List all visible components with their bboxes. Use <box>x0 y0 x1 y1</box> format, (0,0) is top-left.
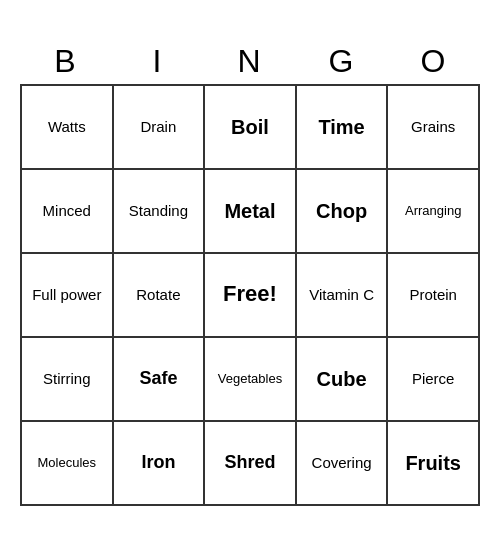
bingo-cell-2: Boil <box>205 86 297 170</box>
bingo-cell-4: Grains <box>388 86 480 170</box>
header-letter-n: N <box>204 39 296 84</box>
bingo-cell-17: Vegetables <box>205 338 297 422</box>
bingo-cell-text-21: Iron <box>141 452 175 474</box>
bingo-cell-8: Chop <box>297 170 389 254</box>
bingo-cell-21: Iron <box>114 422 206 506</box>
bingo-cell-text-11: Rotate <box>136 286 180 304</box>
header-letter-o: O <box>388 39 480 84</box>
bingo-cell-12: Free! <box>205 254 297 338</box>
bingo-cell-15: Stirring <box>22 338 114 422</box>
header-letter-i: I <box>112 39 204 84</box>
bingo-header: BINGO <box>20 39 480 84</box>
bingo-cell-10: Full power <box>22 254 114 338</box>
bingo-cell-text-16: Safe <box>139 368 177 390</box>
bingo-cell-text-17: Vegetables <box>218 371 282 387</box>
bingo-cell-16: Safe <box>114 338 206 422</box>
bingo-cell-text-15: Stirring <box>43 370 91 388</box>
bingo-cell-text-22: Shred <box>224 452 275 474</box>
bingo-cell-text-23: Covering <box>312 454 372 472</box>
bingo-grid: WattsDrainBoilTimeGrainsMincedStandingMe… <box>20 84 480 506</box>
bingo-cell-9: Arranging <box>388 170 480 254</box>
bingo-cell-text-24: Fruits <box>405 451 461 475</box>
bingo-cell-text-20: Molecules <box>38 455 97 471</box>
bingo-cell-text-4: Grains <box>411 118 455 136</box>
bingo-cell-text-18: Cube <box>317 367 367 391</box>
bingo-cell-text-12: Free! <box>223 281 277 307</box>
bingo-cell-11: Rotate <box>114 254 206 338</box>
bingo-cell-text-9: Arranging <box>405 203 461 219</box>
bingo-cell-22: Shred <box>205 422 297 506</box>
bingo-cell-text-10: Full power <box>32 286 101 304</box>
bingo-cell-23: Covering <box>297 422 389 506</box>
bingo-cell-7: Metal <box>205 170 297 254</box>
bingo-cell-text-5: Minced <box>43 202 91 220</box>
bingo-cell-1: Drain <box>114 86 206 170</box>
header-letter-g: G <box>296 39 388 84</box>
bingo-cell-6: Standing <box>114 170 206 254</box>
bingo-card: BINGO WattsDrainBoilTimeGrainsMincedStan… <box>20 39 480 506</box>
bingo-cell-14: Protein <box>388 254 480 338</box>
bingo-cell-20: Molecules <box>22 422 114 506</box>
bingo-cell-text-8: Chop <box>316 199 367 223</box>
bingo-cell-text-2: Boil <box>231 115 269 139</box>
bingo-cell-text-6: Standing <box>129 202 188 220</box>
bingo-cell-text-1: Drain <box>140 118 176 136</box>
bingo-cell-0: Watts <box>22 86 114 170</box>
header-letter-b: B <box>20 39 112 84</box>
bingo-cell-5: Minced <box>22 170 114 254</box>
bingo-cell-text-3: Time <box>318 115 364 139</box>
bingo-cell-text-13: Vitamin C <box>309 286 374 304</box>
bingo-cell-text-7: Metal <box>224 199 275 223</box>
bingo-cell-text-0: Watts <box>48 118 86 136</box>
bingo-cell-text-14: Protein <box>409 286 457 304</box>
bingo-cell-text-19: Pierce <box>412 370 455 388</box>
bingo-cell-18: Cube <box>297 338 389 422</box>
bingo-cell-3: Time <box>297 86 389 170</box>
bingo-cell-19: Pierce <box>388 338 480 422</box>
bingo-cell-13: Vitamin C <box>297 254 389 338</box>
bingo-cell-24: Fruits <box>388 422 480 506</box>
